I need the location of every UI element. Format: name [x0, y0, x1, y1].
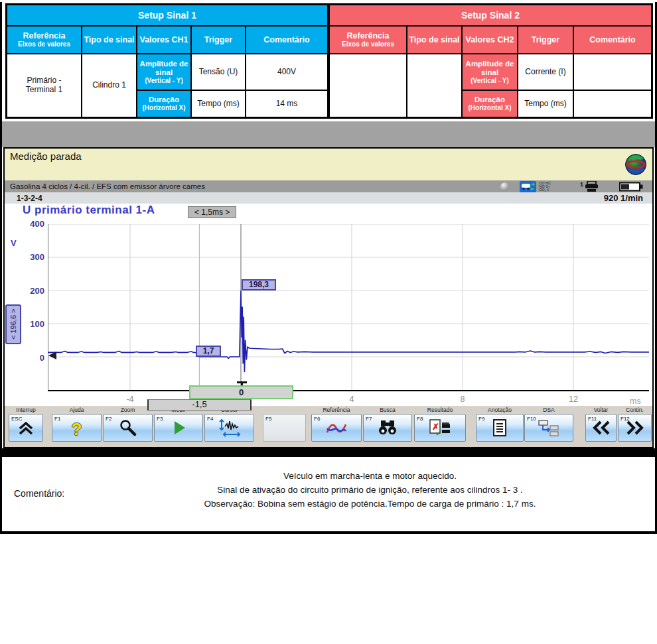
trigger-position-box[interactable]: 0 — [189, 385, 293, 399]
time-zoom-button[interactable]: < 1,5ms > — [188, 206, 236, 218]
vertical-scale-button[interactable]: < 196,6 > — [5, 304, 21, 344]
setup1-title: Setup Sinal 1 — [7, 5, 328, 26]
toolbar-cursor-button-f4[interactable]: F4 — [204, 414, 254, 442]
comment-line1: Veículo em marcha-lenta e motor aquecido… — [92, 469, 648, 483]
setup1-header-trigger: Trigger — [191, 26, 246, 54]
function-key-label: F4 — [207, 416, 213, 422]
printer-icon[interactable] — [584, 181, 599, 192]
firing-order: 1-3-2-4 — [17, 194, 42, 203]
toolbar-reference-button-f6[interactable]: F6 — [311, 414, 362, 442]
x-axis-unit: ms — [630, 397, 641, 406]
setup1-header-comentario: Comentário — [246, 26, 328, 54]
toolbar-result-button-f8[interactable]: F8✗✓ — [414, 414, 466, 442]
reference-icon — [326, 419, 347, 439]
setup2-amplitude-main: Amplitude de sinal — [464, 60, 516, 77]
y-tick-label: 400 — [15, 219, 44, 229]
setup2-header-trigger: Trigger — [518, 26, 573, 54]
status-bar: Medição parada — [5, 149, 652, 180]
zoom-icon — [119, 419, 137, 439]
status-led-icon — [500, 182, 509, 191]
chart-area: U primário terminal 1-A < 1,5ms > 400300… — [5, 204, 652, 406]
scope-application: Setup Sinal 1 Referência Eixos de valore… — [0, 0, 657, 644]
vehicle-bar: Gasolina 4 ciclos / 4-cil. / EFS com emi… — [5, 180, 652, 192]
setup1-duracao-valor: 14 ms — [246, 90, 328, 117]
toolbar-measure-button-f3[interactable]: F3 — [154, 414, 203, 442]
result-icon: ✗✓ — [429, 419, 451, 440]
function-key-toolbar: InterrupESCAjudaF1?ZoomF2MedirF3CursorF4… — [5, 406, 652, 447]
function-key-label: F6 — [314, 416, 320, 422]
setup2-duracao-tipo: Tempo (ms) — [518, 90, 573, 117]
setup1-header-ref-main: Referência — [23, 31, 66, 40]
setup1-amplitude-sub: (Vertical - Y) — [145, 77, 183, 85]
setup1-header-ref-sub: Eixos de valores — [18, 40, 70, 48]
setup1-duracao-tipo: Tempo (ms) — [191, 90, 246, 117]
toolbar-binoculars-button-f7[interactable]: F7 — [363, 414, 412, 442]
cursor-icon — [218, 419, 241, 440]
x-tick-label: -4 — [121, 395, 139, 404]
setup2-amplitude-tipo: Corrente (I) — [518, 54, 573, 90]
interrupt-icon — [17, 419, 35, 439]
toolbar-help-button-f1[interactable]: F1? — [52, 414, 102, 442]
toolbar-group-label: Interrup — [9, 407, 43, 414]
function-key-label: F3 — [157, 416, 163, 422]
toolbar-group-label: Contin. — [618, 407, 652, 414]
setup2-title: Setup Sinal 2 — [329, 5, 652, 26]
toolbar-back-button-f11[interactable]: F11 — [585, 414, 617, 442]
emissions-icon[interactable]: CO HC NO O₂ CO₂ λ — [539, 182, 551, 192]
setup1-comentario-value: Cilindro 1 — [82, 54, 137, 117]
function-key-label: F7 — [366, 416, 372, 422]
measurement-status: Medição parada — [10, 151, 82, 162]
comment-label: Comentário: — [14, 488, 64, 499]
toolbar-empty-button-f5: F5 — [263, 414, 306, 442]
setup-signal1-table: Setup Sinal 1 Referência Eixos de valore… — [5, 3, 329, 119]
zero-level-marker-icon[interactable] — [48, 352, 56, 359]
toolbar-dsa-button-f10[interactable]: F10 — [524, 414, 573, 442]
function-key-label: F9 — [478, 416, 484, 422]
charge-time-label: 1,7 — [196, 346, 221, 357]
setup2-header-comentario: Comentário — [573, 26, 652, 54]
function-key-label: ESC — [11, 416, 22, 422]
setup2-header-ref-main: Referência — [347, 31, 390, 40]
annotation-icon — [490, 419, 509, 440]
peak-voltage-label: 198,3 — [242, 279, 276, 290]
setup1-amplitude-main: Amplitude de sinal — [139, 60, 189, 77]
cursor-position-box[interactable]: -1,5 — [147, 399, 252, 411]
binoculars-icon — [377, 419, 398, 439]
setup2-duracao-main: Duração — [475, 96, 505, 104]
x-tick-label: 12 — [564, 395, 583, 404]
function-key-label: F8 — [417, 416, 423, 422]
toolbar-interrupt-button-esc[interactable]: ESC — [9, 414, 43, 442]
toolbar-group-label: Resultado — [414, 407, 466, 414]
x-tick-label: 8 — [453, 395, 472, 404]
setup1-header-tipo: Tipo de sinal — [82, 26, 137, 54]
vehicle-exchange-icon[interactable] — [520, 181, 536, 192]
setup1-duracao-label: Duração (Horizontal X) — [137, 90, 191, 117]
svg-text:✓: ✓ — [435, 428, 442, 437]
toolbar-continue-button-f12[interactable]: F12 — [618, 414, 652, 442]
setup-signal2-table: Setup Sinal 2 Referência Eixos de valore… — [328, 3, 653, 119]
toolbar-group-label: Voltar — [585, 407, 617, 414]
setup1-amplitude-valor: 400V — [246, 54, 328, 90]
toolbar-group-label: Busca — [363, 407, 412, 414]
toolbar-group-label: Referência — [311, 407, 362, 414]
function-key-label: F10 — [527, 416, 536, 422]
setup2-comentario-value — [407, 54, 462, 117]
brand-globe-icon — [624, 153, 647, 176]
toolbar-zoom-button-f2[interactable]: F2 — [103, 414, 153, 442]
function-key-label: F1 — [54, 416, 60, 422]
toolbar-group-label: DSA — [524, 407, 573, 414]
trigger-marker-icon[interactable] — [237, 381, 247, 383]
vehicle-info: Gasolina 4 ciclos / 4-cil. / EFS com emi… — [10, 182, 205, 190]
setup1-amplitude-label: Amplitude de sinal (Vertical - Y) — [137, 54, 191, 90]
info-row: 1-3-2-4 920 1/min — [5, 192, 652, 204]
function-key-label: F2 — [106, 416, 111, 422]
setup2-amplitude-sub: (Vertical - Y) — [471, 77, 509, 85]
oscilloscope-window: Medição parada Gasolina 4 ciclos / 4-cil… — [3, 147, 654, 448]
comment-line2: Sinal de ativação do circuito primário d… — [92, 483, 648, 497]
toolbar-annotation-button-f9[interactable]: F9 — [476, 414, 524, 442]
setup2-header-valores: Valores CH2 — [462, 26, 518, 54]
toolbar-group-label — [263, 407, 306, 414]
continue-icon — [625, 420, 645, 438]
setup2-amplitude-valor — [573, 54, 652, 90]
waveform-plot[interactable] — [48, 224, 649, 391]
